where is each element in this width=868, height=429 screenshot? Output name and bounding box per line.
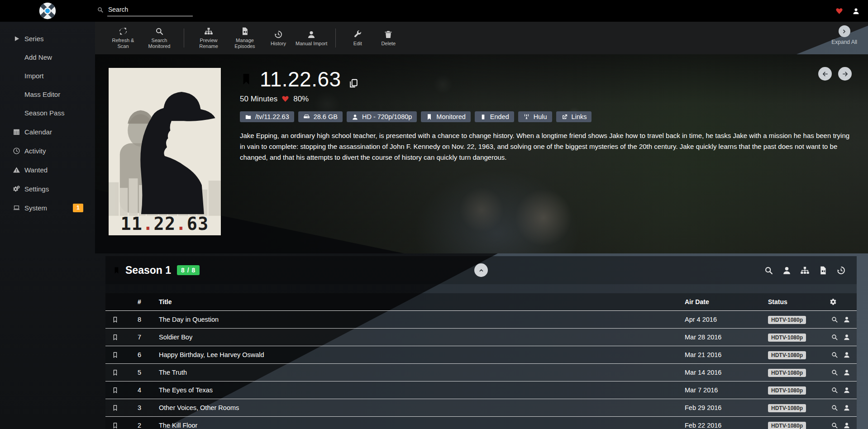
episode-search-icon[interactable] [831, 334, 838, 341]
toolbar-button[interactable]: History [263, 30, 294, 47]
episode-search-icon[interactable] [831, 369, 838, 376]
series-info-badge[interactable]: Links [556, 111, 592, 123]
episode-row[interactable]: 6 Happy Birthday, Lee Harvey Oswald Mar … [105, 346, 857, 364]
episode-row[interactable]: 3 Other Voices, Other Rooms Feb 29 2016 … [105, 399, 857, 417]
episode-monitored-toggle-icon[interactable] [112, 422, 119, 429]
quality-badge: HDTV-1080p [768, 369, 806, 377]
sidebar: Series Add New Import Mass Editor Season… [0, 22, 95, 429]
sonarr-logo[interactable] [38, 2, 57, 20]
episode-manual-import-icon[interactable] [843, 316, 850, 323]
series-info-badge[interactable]: Hulu [518, 111, 552, 123]
series-info-badge[interactable]: HD - 720p/1080p [347, 111, 417, 123]
sidebar-item[interactable]: Wanted [0, 160, 95, 179]
sidebar-item[interactable]: Activity [0, 141, 95, 160]
episode-row[interactable]: 2 The Kill Floor Feb 22 2016 HDTV-1080p [105, 417, 857, 429]
episode-title[interactable]: The Eyes of Texas [147, 386, 685, 394]
season-title: Season 1 [125, 264, 171, 276]
episode-row[interactable]: 7 Soldier Boy Mar 28 2016 HDTV-1080p [105, 329, 857, 346]
search-input[interactable] [107, 4, 193, 16]
episode-air-date: Mar 28 2016 [685, 334, 768, 341]
quality-badge: HDTV-1080p [768, 334, 806, 342]
column-title[interactable]: Title [147, 298, 685, 305]
episode-table-header: # Title Air Date Status [105, 293, 857, 311]
sidebar-item-label: Activity [24, 147, 46, 155]
episode-row[interactable]: 5 The Truth Mar 14 2016 HDTV-1080p [105, 364, 857, 381]
column-number[interactable]: # [132, 298, 147, 305]
toolbar-button[interactable]: Search Monitored [141, 27, 177, 49]
wrench-icon [353, 30, 362, 39]
episode-row[interactable]: 8 The Day in Question Apr 4 2016 HDTV-10… [105, 311, 857, 329]
sidebar-item[interactable]: Calendar [0, 122, 95, 141]
season-spacer [105, 284, 857, 293]
episode-title[interactable]: The Day in Question [147, 316, 685, 323]
toolbar-button[interactable]: Manual Import [294, 30, 329, 47]
column-status[interactable]: Status [768, 298, 816, 305]
episode-monitored-toggle-icon[interactable] [112, 316, 119, 324]
episode-search-icon[interactable] [831, 386, 838, 394]
user-icon[interactable] [782, 266, 792, 275]
previous-series-button[interactable] [818, 67, 832, 81]
episode-manual-import-icon[interactable] [843, 422, 850, 429]
episode-number: 3 [132, 404, 147, 411]
sidebar-item-label: Series [24, 35, 44, 43]
episode-search-icon[interactable] [831, 404, 838, 411]
series-monitored-toggle-icon[interactable] [240, 72, 253, 87]
series-info-badge[interactable]: 28.6 GB [298, 111, 343, 123]
episode-title[interactable]: The Kill Floor [147, 422, 685, 429]
search-icon[interactable] [764, 266, 773, 275]
episode-search-icon[interactable] [831, 316, 838, 323]
episode-row[interactable]: 4 The Eyes of Texas Mar 7 2016 HDTV-1080… [105, 381, 857, 399]
episode-monitored-toggle-icon[interactable] [112, 351, 119, 359]
episode-title[interactable]: The Truth [147, 369, 685, 376]
series-info-badge[interactable]: Monitored [421, 111, 470, 123]
episode-monitored-toggle-icon[interactable] [112, 334, 119, 341]
episode-manual-import-icon[interactable] [843, 386, 850, 394]
toolbar-button[interactable]: Delete [373, 30, 404, 47]
file-video-icon[interactable] [818, 266, 828, 275]
sidebar-item[interactable]: Settings [0, 179, 95, 198]
episode-monitored-toggle-icon[interactable] [112, 404, 119, 412]
history-icon[interactable] [836, 266, 846, 275]
main-content: Refresh & Scan Search Monitored Preview … [95, 22, 868, 429]
episode-monitored-toggle-icon[interactable] [112, 386, 119, 394]
season-monitored-toggle-icon[interactable] [113, 266, 120, 275]
episode-monitored-toggle-icon[interactable] [112, 369, 119, 377]
episode-manual-import-icon[interactable] [843, 334, 850, 341]
toolbar-button[interactable]: Edit [342, 30, 373, 47]
next-series-button[interactable] [838, 67, 852, 81]
episode-title[interactable]: Other Voices, Other Rooms [147, 404, 685, 411]
series-info-badge[interactable]: /tv/11.22.63 [240, 111, 294, 123]
table-options-gear-icon[interactable] [830, 298, 837, 305]
sidebar-item[interactable]: Series [0, 29, 95, 48]
expand-all-button[interactable]: Expand All [831, 25, 857, 45]
episode-title[interactable]: Soldier Boy [147, 334, 685, 341]
episode-search-icon[interactable] [831, 422, 838, 429]
sidebar-item[interactable]: Add New [0, 48, 95, 67]
column-air-date[interactable]: Air Date [685, 298, 768, 305]
user-menu-icon[interactable] [852, 7, 860, 15]
chevron-up-icon [478, 267, 485, 274]
episode-title[interactable]: Happy Birthday, Lee Harvey Oswald [147, 351, 685, 358]
episode-manual-import-icon[interactable] [843, 404, 850, 411]
episode-number: 5 [132, 369, 147, 376]
episode-air-date: Mar 7 2016 [685, 386, 768, 394]
toolbar-button[interactable]: Manage Episodes [227, 27, 263, 49]
toolbar-button[interactable]: Preview Rename [191, 27, 227, 49]
season-panel: Season 1 8 / 8 # Title Air Date Status [105, 256, 857, 429]
toolbar-button[interactable]: Refresh & Scan [105, 27, 141, 49]
copy-title-icon[interactable] [348, 78, 358, 88]
sidebar-item[interactable]: Import [0, 67, 95, 85]
sidebar-item[interactable]: Season Pass [0, 104, 95, 122]
series-info-badge[interactable]: Ended [475, 111, 514, 123]
episode-manual-import-icon[interactable] [843, 351, 850, 358]
sitemap-icon[interactable] [800, 266, 810, 275]
poster-caption: 11.22.63 [120, 214, 209, 234]
toolbar-separator [184, 29, 184, 48]
user-icon [307, 30, 316, 39]
episode-manual-import-icon[interactable] [843, 369, 850, 376]
donate-heart-icon[interactable] [835, 7, 843, 15]
episode-search-icon[interactable] [831, 351, 838, 358]
collapse-season-button[interactable] [474, 263, 488, 277]
sidebar-item[interactable]: System 1 [0, 198, 95, 217]
sidebar-item[interactable]: Mass Editor [0, 85, 95, 104]
